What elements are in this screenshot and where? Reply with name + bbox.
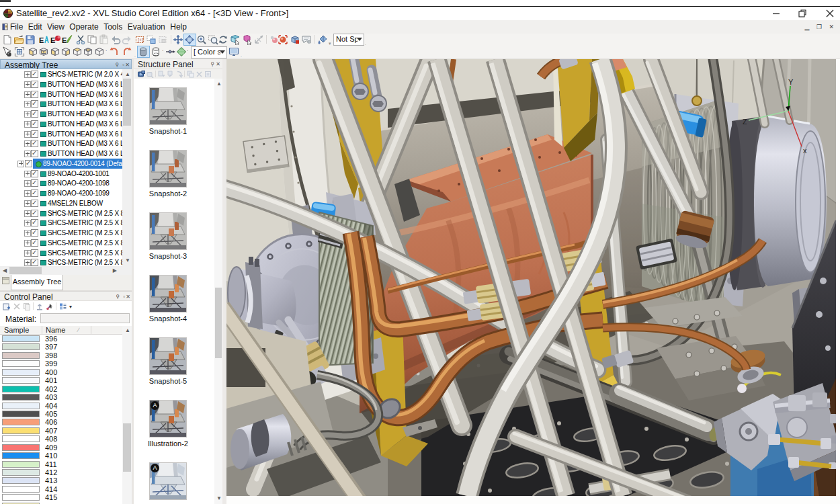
minimize-button[interactable] [771,9,781,18]
tree-vscrollbar[interactable]: ▲ ▼ [122,69,132,266]
zoom-button[interactable] [196,34,208,45]
tree-checkbox[interactable] [31,179,38,187]
view-bottom-button[interactable] [94,46,106,57]
tree-checkbox[interactable] [31,81,38,88]
mdi-window-controls[interactable]: ▁ ❐ ✕ [804,24,837,30]
tree-item[interactable]: 89-NOAO-4200-1001 [0,169,122,179]
material-row[interactable]: 408 [0,435,122,443]
pin-icon[interactable]: ⚲ [115,62,119,68]
tree-checkbox[interactable] [31,219,38,226]
structure-vscrollbar[interactable]: ▲ ▼ [214,79,222,504]
tree-checkbox[interactable] [31,249,38,257]
tree-expander[interactable] [24,180,31,187]
material-row[interactable]: 409 [0,444,122,452]
add-material-icon[interactable] [3,302,11,310]
axis-line-button[interactable] [165,46,177,57]
pick-material-icon[interactable] [46,302,54,310]
tree-expander[interactable] [24,190,31,197]
material-row[interactable]: 398 [0,351,122,360]
scrollbar-arrow-icon[interactable]: ▼ [125,258,130,263]
tree-expander[interactable] [24,200,31,207]
tree-item[interactable]: BUTTON HEAD (M3 X 6 L( [0,109,122,119]
material-row[interactable]: 406 [0,418,122,426]
export-camera-button[interactable]: E [50,34,62,45]
tree-expander[interactable] [24,71,31,78]
tree-item[interactable]: SHCS-METRIC (M 2.5 X 8 [0,208,122,218]
snapshot-item[interactable]: A Snapshot-3 [134,212,214,275]
scrollbar-arrow-icon[interactable]: ▼ [216,496,222,501]
select-rect-button[interactable]: [+] [134,34,146,45]
scrollbar-thumb[interactable] [123,79,131,126]
rotate-left-button[interactable] [109,46,120,57]
tree-expander[interactable] [24,250,31,257]
float-icon[interactable]: ▫ [122,62,124,68]
snapshot-item[interactable]: A Illustration-2 [134,400,214,462]
tree-checkbox[interactable] [31,239,38,247]
tree-expander[interactable] [24,230,31,237]
table-vscrollbar[interactable]: ▲ [122,326,132,504]
save-button[interactable] [25,34,36,45]
view-left-button[interactable] [50,46,61,57]
snapshot-thumbnail[interactable] [149,150,187,187]
tree-checkbox[interactable] [31,91,38,98]
delete-snapshot-icon[interactable] [196,71,203,78]
copy-button[interactable] [87,34,98,45]
tree-item[interactable]: SHCS-METRIC (M 2.5 X 8 [0,228,122,238]
tree-checkbox[interactable] [31,259,38,266]
menu-item[interactable]: Help [170,22,187,32]
measure-button[interactable] [254,34,265,45]
tree-item[interactable]: BUTTON HEAD (M3 X 6 L( [0,149,122,159]
viewport-3d[interactable]: Y Z x [223,59,840,504]
tree-item[interactable]: SHCS-METRIC (M 2.5 X 8 [0,248,122,258]
tree-expander[interactable] [24,171,31,177]
display-settings-button[interactable] [228,46,240,57]
select-disabled-button[interactable] [157,34,169,45]
tree-expander[interactable] [24,91,31,98]
tree-hscrollbar[interactable]: ◀ ▶ [0,266,132,275]
tree-item[interactable]: BUTTON HEAD (M3 X 6 L( [0,129,122,139]
section-button[interactable] [176,46,187,57]
tree-item[interactable]: 4MSEL2N ELBOW [0,198,122,208]
view-back-button[interactable] [38,46,50,57]
snapshot-thumbnail[interactable] [149,212,187,250]
select-group-button[interactable] [146,34,157,45]
scrollbar-arrow-icon[interactable]: ▲ [216,81,222,87]
material-row[interactable]: 411 [0,460,122,468]
render-mode-combo[interactable]: Not Sp [333,34,364,46]
close-panel-icon[interactable]: ✕ [216,61,220,67]
tree-expander[interactable] [24,140,31,147]
scrollbar-thumb[interactable] [9,267,42,274]
material-row[interactable]: 401 [0,376,122,384]
tab-assembly-tree[interactable]: Assembly Tree [11,275,63,290]
undo-button[interactable] [110,34,122,45]
pin-icon[interactable]: ⚲ [116,294,120,300]
menu-item[interactable]: View [47,22,65,32]
cut-button[interactable] [75,34,87,45]
pointer-mode-button[interactable] [2,46,13,57]
scrollbar-arrow-icon[interactable]: ▲ [125,328,130,333]
material-row[interactable]: 414 [0,485,122,493]
float-icon[interactable]: ▫ [123,294,125,300]
apply-material-icon[interactable] [36,302,44,310]
snapshot-item[interactable]: A Snapshot-2 [134,150,214,212]
tree-expander[interactable] [24,121,31,128]
delete-material-icon[interactable] [13,302,21,310]
tree-checkbox[interactable] [31,200,38,207]
menu-item[interactable]: Evaluation [128,22,165,32]
tree-checkbox[interactable] [25,160,32,167]
scrollbar-arrow-icon[interactable]: ▶ [113,268,117,274]
pan-button[interactable] [173,34,184,45]
close-button[interactable] [825,9,835,18]
material-row[interactable]: 404 [0,402,122,410]
snapshot-item[interactable]: A Snapshot-5 [134,337,214,400]
tree-expander[interactable] [24,101,31,108]
close-panel-icon[interactable]: ✕ [125,62,130,68]
properties-icon[interactable] [204,71,212,78]
tree-checkbox[interactable] [31,170,38,177]
tree-expander[interactable] [24,220,31,226]
tree-item[interactable]: BUTTON HEAD (M3 X 6 L( [0,99,122,109]
material-row[interactable]: 412 [0,468,122,476]
snapshot-thumbnail[interactable] [149,275,187,312]
view-front-button[interactable] [83,46,94,57]
tree-expander[interactable] [24,240,31,247]
